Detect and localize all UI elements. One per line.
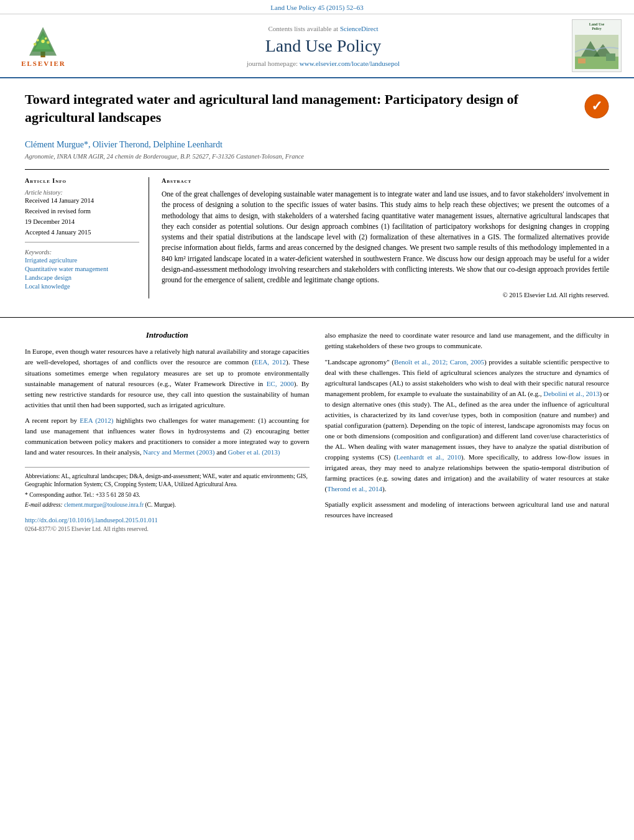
revised-label: Received in revised form	[25, 208, 139, 215]
accepted-date: Accepted 4 January 2015	[25, 229, 139, 236]
benoit-link[interactable]: Benoît et al., 2012; Caron, 2005	[394, 358, 484, 366]
left-column: Introduction In Europe, even though wate…	[25, 330, 310, 533]
homepage-link[interactable]: www.elsevier.com/locate/landusepol	[300, 60, 400, 67]
right-column: also emphasize the need to coordinate wa…	[325, 330, 610, 533]
affiliation-line: Agronomie, INRA UMR AGIR, 24 chemin de B…	[25, 153, 609, 160]
cover-landscape-image	[575, 35, 618, 69]
keyword-4[interactable]: Local knowledge	[25, 283, 139, 290]
journal-center: Contents lists available at ScienceDirec…	[75, 25, 572, 67]
abstract-text: One of the great challenges of developin…	[162, 189, 609, 285]
eea-link-1[interactable]: EEA, 2012	[254, 358, 286, 366]
received-date: Received 14 January 2014	[25, 197, 139, 204]
journal-title: Land Use Policy	[75, 36, 572, 56]
introduction-heading: Introduction	[25, 330, 310, 340]
revised-date: 19 December 2014	[25, 218, 139, 225]
therond-link[interactable]: Therond et al., 2014	[327, 485, 382, 492]
elsevier-name: ELSEVIER	[21, 60, 66, 67]
email-note: E-mail address: clement.murgue@toulouse.…	[25, 501, 310, 509]
journal-header: ELSEVIER Contents lists available at Sci…	[0, 14, 634, 78]
svg-point-4	[34, 43, 37, 46]
journal-reference-bar: Land Use Policy 45 (2015) 52–63	[0, 0, 634, 14]
history-label: Article history:	[25, 189, 139, 196]
copyright-notice: © 2015 Elsevier Ltd. All rights reserved…	[162, 292, 609, 298]
doi-area: http://dx.doi.org/10.1016/j.landusepol.2…	[25, 517, 310, 533]
email-link[interactable]: clement.murgue@toulouse.inra.fr	[64, 502, 144, 508]
crossmark-logo[interactable]: ✓	[584, 94, 609, 119]
sciencedirect-link[interactable]: ScienceDirect	[340, 25, 379, 32]
narcy-link[interactable]: Narcy and Mermet (2003)	[143, 448, 214, 456]
corresponding-note: * Corresponding author. Tel.: +33 5 61 2…	[25, 491, 310, 499]
article-info-panel: Article Info Article history: Received 1…	[25, 177, 149, 298]
keywords-label: Keywords:	[25, 249, 139, 256]
debolini-link[interactable]: Debolini et al., 2013	[543, 390, 599, 397]
svg-point-6	[47, 41, 50, 44]
right-paragraph-3: Spatially explicit assessment and modeli…	[325, 499, 610, 520]
leenhardt-link[interactable]: Leenhardt et al., 2010	[396, 453, 461, 461]
ec-link[interactable]: EC, 2000	[267, 380, 294, 387]
svg-rect-14	[606, 53, 615, 61]
two-column-layout: Introduction In Europe, even though wate…	[25, 330, 609, 533]
keyword-2[interactable]: Quantitative water management	[25, 265, 139, 272]
svg-text:✓: ✓	[591, 98, 602, 114]
journal-cover-image: Land UsePolicy	[572, 19, 622, 72]
authors-line: Clément Murgue*, Olivier Therond, Delphi…	[25, 140, 609, 150]
intro-paragraph-1: In Europe, even though water resources h…	[25, 346, 310, 410]
cover-title: Land UsePolicy	[589, 22, 605, 31]
journal-homepage-line: journal homepage: www.elsevier.com/locat…	[75, 60, 572, 67]
journal-ref-link[interactable]: Land Use Policy 45 (2015) 52–63	[270, 4, 363, 11]
eea-link-2[interactable]: EEA (2012)	[80, 417, 113, 424]
intro-paragraph-2: A recent report by EEA (2012) highlights…	[25, 415, 310, 458]
sciencedirect-line: Contents lists available at ScienceDirec…	[75, 25, 572, 32]
doi-link[interactable]: http://dx.doi.org/10.1016/j.landusepol.2…	[25, 517, 310, 524]
info-divider	[25, 242, 139, 242]
article-title: Toward integrated water and agricultural…	[25, 91, 609, 126]
keyword-3[interactable]: Landscape design	[25, 274, 139, 281]
abstract-heading: Abstract	[162, 177, 609, 184]
keyword-1[interactable]: Irrigated agriculture	[25, 257, 139, 264]
svg-point-5	[37, 39, 39, 42]
gober-link[interactable]: Gober et al. (2013)	[228, 448, 280, 456]
svg-point-7	[45, 37, 47, 40]
svg-rect-13	[578, 58, 586, 63]
abstract-panel: Abstract One of the great challenges of …	[162, 177, 609, 298]
footnotes-area: Abbreviations: AL, agricultural landscap…	[25, 467, 310, 509]
article-content-area: ✓ Toward integrated water and agricultur…	[0, 78, 634, 311]
svg-point-8	[41, 40, 45, 44]
main-body-area: Introduction In Europe, even though wate…	[0, 317, 634, 546]
article-info-heading: Article Info	[25, 177, 139, 184]
elsevier-logo: ELSEVIER	[12, 24, 75, 67]
right-paragraph-1: also emphasize the need to coordinate wa…	[325, 330, 610, 351]
article-info-abstract: Article Info Article history: Received 1…	[25, 169, 609, 298]
abbreviations-note: Abbreviations: AL, agricultural landscap…	[25, 473, 310, 489]
right-paragraph-2: "Landscape agronomy" (Benoît et al., 201…	[325, 357, 610, 495]
issn-text: 0264-8377/© 2015 Elsevier Ltd. All right…	[25, 526, 149, 532]
elsevier-tree-icon	[19, 24, 68, 58]
